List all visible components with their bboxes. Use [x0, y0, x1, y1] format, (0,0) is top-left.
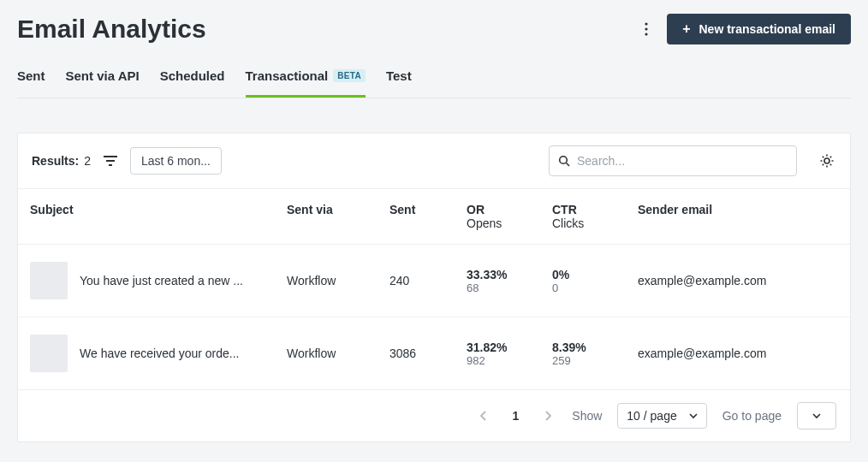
chevron-right-icon: [544, 411, 551, 421]
svg-point-8: [824, 158, 829, 163]
plus-icon: +: [682, 22, 690, 36]
chevron-left-icon: [480, 411, 487, 421]
cell-sent: 3086: [378, 317, 455, 390]
results-count: 2: [84, 154, 91, 168]
col-header-subject[interactable]: Subject: [18, 189, 275, 245]
ctr-count: 259: [552, 354, 614, 367]
results-table: Subject Sent via Sent OR Opens CTR Click…: [18, 189, 850, 389]
tab-transactional[interactable]: Transactional BETA: [246, 68, 366, 98]
ctr-percent: 8.39%: [552, 341, 586, 354]
svg-line-7: [567, 163, 570, 167]
show-label: Show: [572, 409, 602, 423]
tab-label: Transactional: [246, 68, 329, 83]
svg-point-2: [645, 33, 648, 35]
filter-button[interactable]: [103, 153, 118, 169]
new-button-label: New transactional email: [699, 22, 835, 36]
chevron-down-icon: [812, 412, 821, 420]
cell-sent-via: Workflow: [275, 245, 378, 317]
results-summary: Results: 2: [32, 154, 91, 168]
or-percent: 31.82%: [467, 341, 507, 354]
cell-ctr: 0% 0: [540, 245, 626, 317]
email-thumbnail: [30, 262, 68, 299]
beta-badge: BETA: [333, 69, 366, 82]
col-header-sent[interactable]: Sent: [378, 189, 455, 245]
per-page-select[interactable]: 10 / page: [617, 403, 706, 429]
svg-rect-5: [109, 164, 112, 166]
col-header-sender[interactable]: Sender email: [626, 189, 850, 245]
cell-sender: example@example.com: [626, 245, 850, 317]
subject-text: You have just created a new ...: [80, 274, 243, 287]
svg-rect-4: [106, 160, 115, 162]
gear-icon: [819, 153, 835, 169]
tab-sent-via-api[interactable]: Sent via API: [66, 68, 140, 98]
results-label: Results:: [32, 154, 79, 168]
or-count: 68: [467, 281, 528, 294]
cell-ctr: 8.39% 259: [540, 317, 626, 390]
current-page: 1: [508, 409, 525, 423]
results-panel: Results: 2 Last 6 mon... Subject Sent vi…: [17, 133, 851, 442]
table-settings-button[interactable]: [817, 151, 836, 170]
new-transactional-email-button[interactable]: + New transactional email: [667, 14, 851, 44]
more-options-button[interactable]: [638, 21, 655, 38]
col-header-or[interactable]: OR Opens: [455, 189, 540, 245]
cell-or: 31.82% 982: [455, 317, 540, 390]
col-header-or-sub: Opens: [467, 216, 528, 230]
goto-page-label: Go to page: [722, 409, 782, 423]
email-thumbnail: [30, 335, 68, 372]
tab-label: Sent via API: [66, 68, 140, 83]
next-page-button[interactable]: [539, 407, 556, 424]
svg-point-1: [645, 27, 648, 30]
tab-label: Sent: [17, 68, 45, 83]
tab-test[interactable]: Test: [386, 68, 412, 98]
per-page-value: 10 / page: [627, 409, 676, 423]
tabs: Sent Sent via API Scheduled Transactiona…: [17, 68, 851, 98]
col-header-ctr-main: CTR: [552, 203, 577, 216]
col-header-sent-via[interactable]: Sent via: [275, 189, 378, 245]
col-header-ctr-sub: Clicks: [552, 216, 614, 230]
cell-or: 33.33% 68: [455, 245, 540, 317]
tab-label: Test: [386, 68, 412, 83]
search-icon: [558, 155, 570, 167]
filter-icon: [104, 155, 117, 167]
tab-scheduled[interactable]: Scheduled: [160, 68, 225, 98]
tab-label: Scheduled: [160, 68, 225, 83]
cell-sent: 240: [378, 245, 455, 317]
table-row[interactable]: You have just created a new ... Workflow…: [18, 245, 850, 317]
svg-point-6: [560, 157, 568, 164]
subject-text: We have received your orde...: [80, 346, 240, 360]
tab-sent[interactable]: Sent: [17, 68, 45, 98]
table-row[interactable]: We have received your orde... Workflow 3…: [18, 317, 850, 390]
kebab-icon: [645, 22, 648, 36]
ctr-percent: 0%: [552, 268, 569, 281]
search-field-wrap[interactable]: [549, 145, 797, 176]
col-header-ctr[interactable]: CTR Clicks: [540, 189, 626, 245]
cell-sent-via: Workflow: [275, 317, 378, 390]
or-count: 982: [467, 354, 528, 367]
search-input[interactable]: [577, 154, 788, 168]
ctr-count: 0: [552, 281, 614, 294]
page-title: Email Analytics: [17, 15, 206, 44]
chevron-down-icon: [689, 412, 698, 420]
col-header-or-main: OR: [467, 203, 485, 216]
cell-sender: example@example.com: [626, 317, 850, 390]
or-percent: 33.33%: [467, 268, 507, 281]
svg-point-0: [645, 22, 648, 25]
prev-page-button[interactable]: [475, 407, 492, 424]
goto-page-input[interactable]: [797, 402, 836, 429]
date-range-button[interactable]: Last 6 mon...: [130, 147, 222, 175]
svg-rect-3: [104, 156, 117, 157]
